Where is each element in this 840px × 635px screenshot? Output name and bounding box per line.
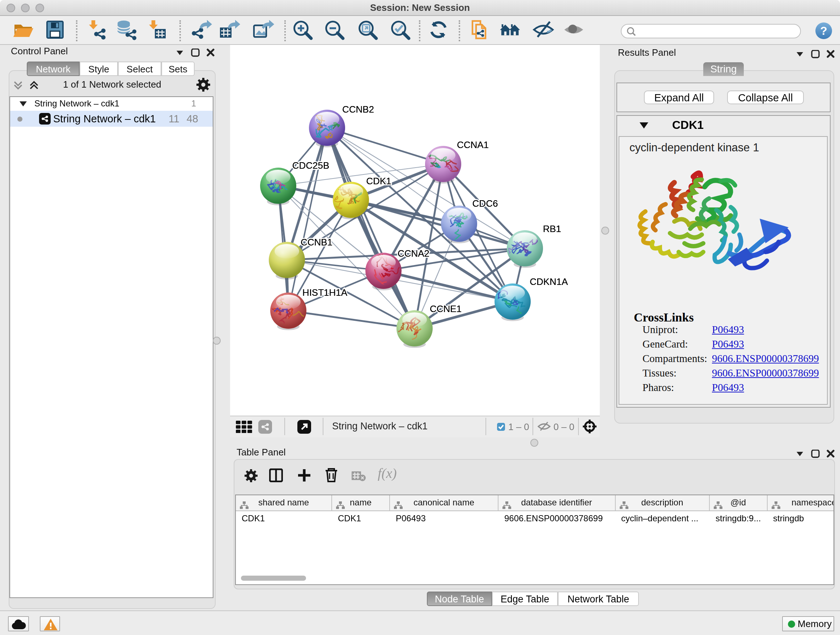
svg-text:?: ?	[820, 24, 827, 37]
svg-text:CCNB1: CCNB1	[301, 237, 332, 248]
svg-text:CCNA2: CCNA2	[398, 248, 429, 259]
svg-text:CCNE1: CCNE1	[430, 303, 462, 314]
svg-text:RB1: RB1	[543, 223, 561, 234]
svg-text:CDC6: CDC6	[472, 198, 498, 209]
svg-text:CCNB2: CCNB2	[342, 104, 374, 115]
svg-text:CDK1: CDK1	[366, 176, 391, 187]
svg-text:HIST1H1A: HIST1H1A	[302, 287, 347, 298]
svg-text:CDC25B: CDC25B	[292, 160, 330, 171]
svg-text:CCNA1: CCNA1	[457, 139, 489, 150]
svg-text:CDKN1A: CDKN1A	[530, 276, 568, 287]
